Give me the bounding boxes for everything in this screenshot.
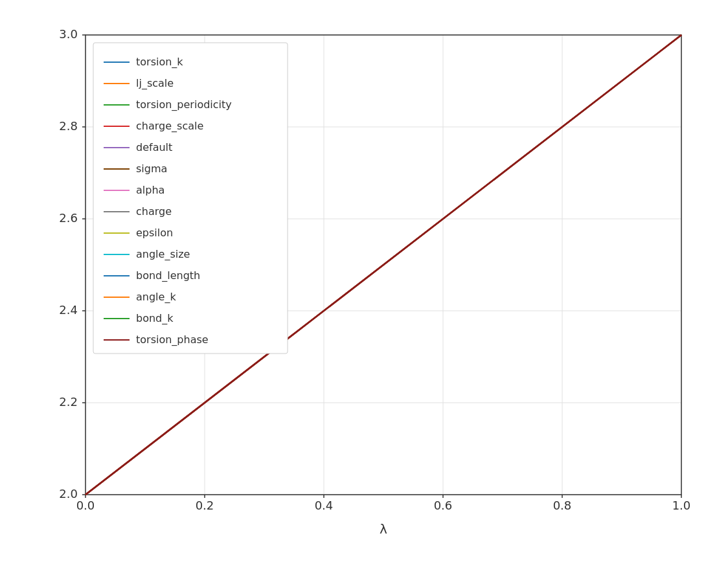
- legend-label-default: default: [136, 141, 172, 153]
- legend-label-torsion-periodicity: torsion_periodicity: [136, 98, 232, 111]
- legend-label-charge-scale: charge_scale: [136, 120, 203, 133]
- x-tick-0.8: 0.8: [553, 499, 572, 512]
- x-axis-label: λ: [380, 521, 387, 537]
- main-chart: 2.0 2.2 2.4 2.6 2.8 3.0 0.0 0.2 0.4 0.6 …: [21, 16, 707, 546]
- x-tick-0.2: 0.2: [196, 499, 214, 512]
- legend-label-bond-length: bond_length: [136, 269, 200, 282]
- x-tick-0.6: 0.6: [434, 499, 453, 512]
- x-tick-1.0: 1.0: [672, 499, 691, 512]
- y-tick-2.2: 2.2: [59, 395, 78, 409]
- legend-label-angle-k: angle_k: [136, 291, 176, 304]
- legend-label-torsion-phase: torsion_phase: [136, 333, 209, 346]
- legend-box: [93, 43, 288, 354]
- legend-label-lj-scale: lj_scale: [136, 77, 174, 90]
- legend-label-epsilon: epsilon: [136, 227, 173, 239]
- y-tick-3.0: 3.0: [59, 27, 78, 41]
- legend-label-alpha: alpha: [136, 184, 165, 196]
- legend-label-torsion-k: torsion_k: [136, 56, 183, 69]
- y-tick-2.0: 2.0: [59, 487, 78, 500]
- legend-label-bond-k: bond_k: [136, 312, 174, 325]
- legend-label-angle-size: angle_size: [136, 248, 190, 261]
- chart-container: 2.0 2.2 2.4 2.6 2.8 3.0 0.0 0.2 0.4 0.6 …: [21, 16, 707, 546]
- y-tick-2.6: 2.6: [59, 211, 78, 225]
- y-tick-2.8: 2.8: [59, 119, 78, 133]
- legend-label-sigma: sigma: [136, 163, 167, 175]
- x-tick-0.4: 0.4: [315, 499, 334, 512]
- x-tick-0.0: 0.0: [76, 499, 95, 512]
- y-tick-2.4: 2.4: [59, 303, 78, 317]
- legend-label-charge: charge: [136, 205, 172, 218]
